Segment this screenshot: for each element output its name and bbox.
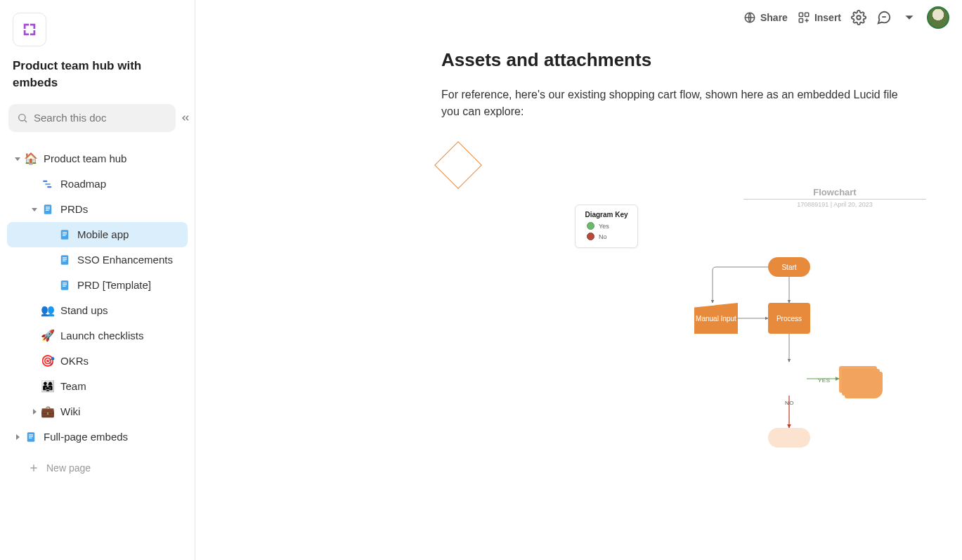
svg-rect-19 xyxy=(61,280,69,290)
app-logo[interactable] xyxy=(13,13,46,46)
plus-icon xyxy=(28,462,39,474)
flow-node-manual-input: Manual Input xyxy=(694,303,738,334)
svg-rect-25 xyxy=(27,432,35,442)
sidebar-item-product-team-hub[interactable]: 🏠Product team hub xyxy=(7,146,188,171)
svg-line-1 xyxy=(25,120,27,122)
key-yes-label: Yes xyxy=(599,223,609,230)
svg-rect-10 xyxy=(46,209,49,210)
page-icon xyxy=(58,253,72,267)
sidebar-item-prds[interactable]: PRDs xyxy=(7,197,188,222)
doc-title: Product team hub with embeds xyxy=(7,58,188,104)
svg-marker-2 xyxy=(15,157,20,161)
sidebar-item-label: PRDs xyxy=(60,203,88,215)
emoji-icon: 🎯 xyxy=(41,354,55,368)
emoji-icon: 💼 xyxy=(41,405,55,419)
sidebar-item-label: OKRs xyxy=(60,355,89,367)
sidebar-item-label: Stand ups xyxy=(60,304,108,316)
svg-rect-11 xyxy=(61,230,69,240)
svg-rect-12 xyxy=(63,232,67,233)
svg-rect-8 xyxy=(46,207,50,207)
flow-edge-yes-label: YES xyxy=(818,377,831,384)
svg-marker-23 xyxy=(33,409,37,415)
collapse-sidebar-button[interactable] xyxy=(180,108,191,128)
key-dot-green xyxy=(587,222,594,230)
svg-marker-6 xyxy=(32,208,37,211)
svg-rect-20 xyxy=(63,282,67,283)
svg-rect-17 xyxy=(63,259,67,259)
share-button[interactable]: Share xyxy=(743,11,788,24)
svg-rect-26 xyxy=(29,434,33,435)
more-menu-button[interactable] xyxy=(902,10,917,25)
key-dot-red xyxy=(587,233,594,240)
svg-rect-18 xyxy=(63,260,66,261)
page-heading: Assets and attachments xyxy=(441,49,898,71)
page-icon xyxy=(24,430,38,444)
sidebar-item-roadmap[interactable]: Roadmap xyxy=(7,171,188,197)
avatar[interactable] xyxy=(927,6,949,29)
svg-rect-15 xyxy=(61,255,69,265)
insert-label: Insert xyxy=(814,12,841,23)
sidebar-item-label: PRD [Template] xyxy=(77,279,151,291)
sidebar-item-okrs[interactable]: 🎯OKRs xyxy=(7,349,188,374)
gear-icon xyxy=(851,10,866,25)
sidebar-item-full-page-embeds[interactable]: Full-page embeds xyxy=(7,424,188,450)
flowchart-header: Flowchart 170889191 | April 20, 2023 xyxy=(743,187,926,208)
sidebar-item-label: Wiki xyxy=(60,405,80,417)
grid-plus-icon xyxy=(798,11,810,24)
search-input[interactable] xyxy=(8,104,176,132)
topbar: Share Insert xyxy=(731,0,962,35)
logo-icon xyxy=(22,22,37,37)
sidebar-item-team[interactable]: 👨‍👩‍👧Team xyxy=(7,374,188,399)
svg-marker-39 xyxy=(906,15,914,20)
new-page-label: New page xyxy=(46,462,91,474)
flow-node-start: Start xyxy=(768,257,810,277)
svg-rect-14 xyxy=(63,235,66,235)
new-page-button[interactable]: New page xyxy=(7,455,188,481)
emoji-icon: 🚀 xyxy=(41,329,55,343)
sidebar-item-mobile-app[interactable]: Mobile app xyxy=(7,222,188,247)
flow-node-process: Process xyxy=(768,303,810,334)
comment-icon xyxy=(876,10,892,25)
page-tree: 🏠Product team hubRoadmapPRDsMobile appSS… xyxy=(7,142,188,450)
emoji-icon: 👥 xyxy=(41,304,55,318)
sidebar-item-launch-checklists[interactable]: 🚀Launch checklists xyxy=(7,323,188,349)
page-icon xyxy=(58,228,72,242)
flow-node-document-stack xyxy=(839,366,881,397)
settings-button[interactable] xyxy=(851,10,866,25)
page-body-text: For reference, here's our existing shopp… xyxy=(441,86,898,120)
svg-rect-21 xyxy=(63,284,67,285)
share-label: Share xyxy=(760,12,788,23)
svg-rect-33 xyxy=(805,13,808,16)
svg-rect-7 xyxy=(44,204,52,214)
flowchart-title: Flowchart xyxy=(743,187,926,197)
svg-rect-28 xyxy=(29,437,32,438)
chevron-double-left-icon xyxy=(180,112,191,124)
svg-rect-3 xyxy=(43,180,47,181)
sidebar-item-label: Team xyxy=(60,380,86,392)
sidebar: Product team hub with embeds 🏠Product te… xyxy=(0,0,195,560)
caret-down-icon xyxy=(28,203,41,216)
svg-rect-5 xyxy=(47,186,51,188)
chevron-down-icon xyxy=(902,10,917,25)
search-field[interactable] xyxy=(34,112,167,124)
lucid-embed[interactable]: Flowchart 170889191 | April 20, 2023 Dia… xyxy=(441,148,962,471)
sidebar-item-label: Product team hub xyxy=(44,152,126,164)
svg-rect-34 xyxy=(799,19,802,22)
page-content: Assets and attachments For reference, he… xyxy=(195,0,898,471)
caret-right-icon xyxy=(28,405,41,418)
sidebar-item-label: Full-page embeds xyxy=(44,431,128,443)
svg-rect-4 xyxy=(45,183,51,184)
page-icon xyxy=(41,202,55,216)
sidebar-item-wiki[interactable]: 💼Wiki xyxy=(7,399,188,424)
flowchart-subtitle: 170889191 | April 20, 2023 xyxy=(743,199,926,208)
svg-rect-32 xyxy=(799,13,802,16)
diagram-key-card: Diagram Key Yes No xyxy=(575,204,638,248)
sidebar-item-prd-template[interactable]: PRD [Template] xyxy=(7,273,188,298)
sidebar-item-label: Mobile app xyxy=(77,228,129,240)
insert-button[interactable]: Insert xyxy=(798,11,841,24)
sidebar-item-stand-ups[interactable]: 👥Stand ups xyxy=(7,298,188,323)
key-no-label: No xyxy=(599,233,607,240)
comments-button[interactable] xyxy=(876,10,892,25)
svg-rect-9 xyxy=(46,208,50,209)
sidebar-item-sso-enhancements[interactable]: SSO Enhancements xyxy=(7,247,188,273)
